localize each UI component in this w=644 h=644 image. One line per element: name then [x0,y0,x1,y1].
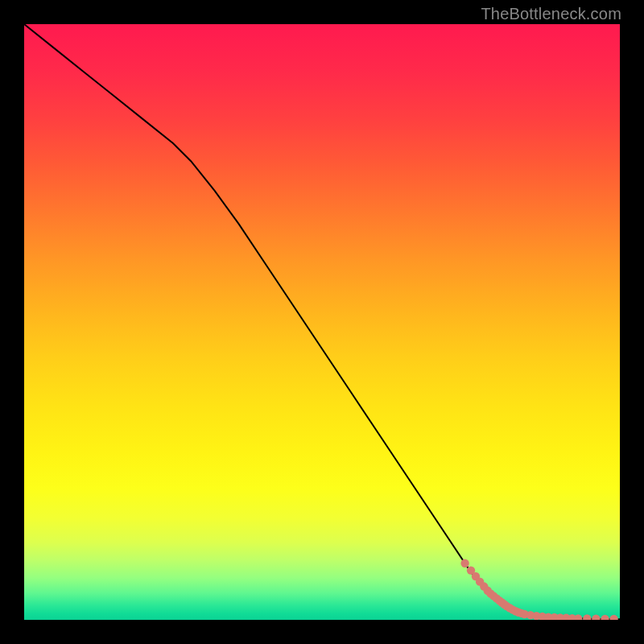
curve-line [24,24,620,619]
data-point [592,615,600,620]
data-point [583,614,591,620]
chart-plot-area [24,24,620,620]
chart-overlay [24,24,620,620]
data-point [601,615,609,620]
data-point [609,615,617,620]
data-point [574,614,582,620]
watermark-label: TheBottleneck.com [481,5,621,23]
data-point [460,559,469,568]
